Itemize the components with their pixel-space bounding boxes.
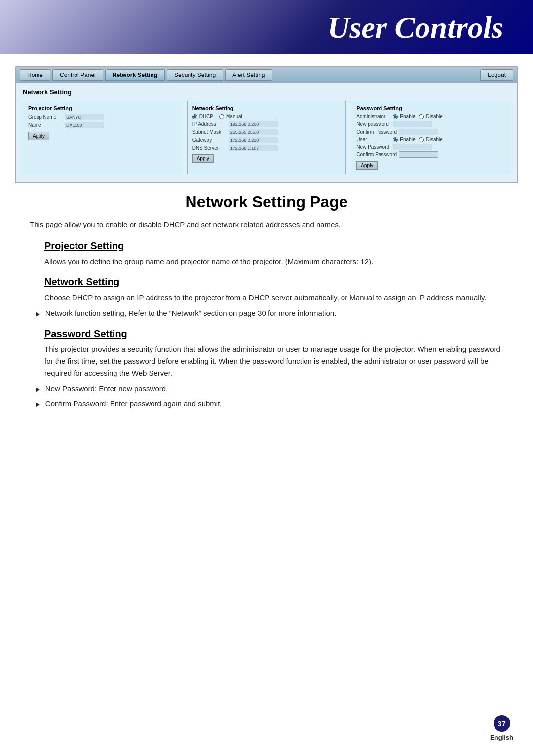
group-name-row: Group Name [28, 114, 177, 120]
password-panel-title: Password Setting [356, 105, 505, 111]
user-new-pw-label: New Password [356, 144, 391, 150]
admin-label: Administrator [356, 114, 391, 119]
projector-panel-title: Projector Setting [28, 105, 177, 111]
password-bullet-1: ► New Password: Enter new password. [35, 383, 503, 395]
new-pw-label: New password [356, 121, 391, 127]
user-label: User [356, 137, 391, 142]
user-confirm-pw-label: Confirm Password [356, 152, 397, 157]
page-title: User Controls [327, 10, 503, 45]
name-row: Name [28, 122, 177, 128]
group-name-label: Group Name [28, 114, 63, 120]
password-bullet-1-text: New Password: Enter new password. [45, 383, 168, 395]
network-apply-button[interactable]: Apply [192, 154, 214, 163]
network-setting-text: Choose DHCP to assign an IP address to t… [30, 292, 503, 303]
admin-disable-label: Disable [426, 114, 442, 119]
ip-label: IP Address [192, 121, 227, 127]
new-pw-row: New password [356, 121, 505, 127]
user-confirm-pw-row: Confirm Password [356, 151, 505, 158]
confirm-pw-input[interactable] [399, 129, 438, 135]
network-bullet: ► Network function setting, Refer to the… [35, 307, 503, 319]
web-section-title: Network Setting [23, 88, 510, 96]
name-input[interactable] [65, 122, 104, 128]
confirm-pw-row: Confirm Password [356, 129, 505, 135]
user-new-pw-row: New Password [356, 144, 505, 150]
dhcp-row: DHCP Manual [192, 114, 341, 119]
password-apply-button[interactable]: Apply [356, 161, 378, 170]
user-new-pw-input[interactable] [393, 144, 432, 150]
page-header: User Controls [0, 0, 533, 54]
network-panel-title: Network Setting [192, 105, 341, 111]
gateway-input[interactable] [229, 137, 278, 143]
manual-label: Manual [226, 114, 242, 119]
admin-enable-label: Enable [400, 114, 415, 119]
network-panel: Network Setting DHCP Manual IP Address S… [187, 101, 346, 174]
gateway-row: Gateway [192, 137, 341, 143]
ip-input[interactable] [229, 121, 278, 127]
confirm-pw-label: Confirm Password [356, 129, 397, 135]
gateway-label: Gateway [192, 137, 227, 143]
network-setting-section: Network Setting Choose DHCP to assign an… [30, 276, 503, 319]
bullet-arrow-icon-2: ► [35, 399, 41, 410]
bullet-arrow-icon: ► [35, 308, 41, 319]
page-number-container: 37 English [490, 715, 513, 741]
dns-input[interactable] [229, 145, 278, 151]
password-setting-heading: Password Setting [30, 328, 503, 340]
ip-row: IP Address [192, 121, 341, 127]
manual-radio[interactable] [219, 114, 224, 119]
nav-tab-network-setting[interactable]: Network Setting [105, 69, 165, 81]
user-disable-label: Disable [426, 137, 442, 142]
new-pw-input[interactable] [393, 121, 432, 127]
main-section-title: Network Setting Page [30, 193, 503, 211]
nav-tab-control-panel[interactable]: Control Panel [52, 69, 103, 81]
nav-tab-logout[interactable]: Logout [480, 69, 513, 81]
network-setting-heading: Network Setting [30, 276, 503, 288]
user-row: User Enable Disable [356, 137, 505, 142]
password-bullet-2-text: Confirm Password: Enter password again a… [45, 398, 222, 410]
nav-tab-security-setting[interactable]: Security Setting [167, 69, 223, 81]
subnet-row: Subnet Mask [192, 129, 341, 135]
user-enable-label: Enable [400, 137, 415, 142]
bullet-arrow-icon-1: ► [35, 384, 41, 395]
password-setting-text: This projector provides a security funct… [30, 343, 503, 379]
admin-enable-radio[interactable] [393, 114, 398, 119]
web-interface-screenshot: Home Control Panel Network Setting Secur… [15, 66, 518, 183]
nav-bar: Home Control Panel Network Setting Secur… [16, 67, 517, 83]
projector-setting-section: Projector Setting Allows you to define t… [30, 240, 503, 267]
nav-tab-home[interactable]: Home [20, 69, 50, 81]
user-confirm-pw-input[interactable] [399, 151, 438, 158]
dns-row: DNS Server [192, 145, 341, 151]
page-language: English [490, 734, 513, 741]
user-disable-radio[interactable] [419, 137, 424, 142]
projector-setting-heading: Projector Setting [30, 240, 503, 252]
page-number: 37 [494, 715, 510, 732]
projector-setting-text: Allows you to define the group name and … [30, 256, 503, 267]
subnet-label: Subnet Mask [192, 129, 227, 135]
user-enable-radio[interactable] [393, 137, 398, 142]
network-bullet-text: Network function setting, Refer to the “… [45, 307, 336, 319]
projector-panel: Projector Setting Group Name Name Apply [23, 101, 182, 174]
dns-label: DNS Server [192, 145, 227, 151]
group-name-input[interactable] [65, 114, 104, 120]
name-label: Name [28, 122, 63, 128]
web-panels: Projector Setting Group Name Name Apply … [23, 101, 510, 174]
password-panel: Password Setting Administrator Enable Di… [351, 101, 510, 174]
subnet-input[interactable] [229, 129, 278, 135]
dhcp-label: DHCP [199, 114, 213, 119]
password-bullet-2: ► Confirm Password: Enter password again… [35, 398, 503, 410]
projector-apply-button[interactable]: Apply [28, 132, 49, 140]
dhcp-radio[interactable] [192, 114, 197, 119]
admin-row: Administrator Enable Disable [356, 114, 505, 119]
page-content: Network Setting Page This page allow you… [0, 193, 533, 449]
web-content: Network Setting Projector Setting Group … [16, 83, 517, 182]
password-setting-section: Password Setting This projector provides… [30, 328, 503, 410]
section-intro: This page allow you to enable or disable… [30, 219, 503, 230]
nav-tab-alert-setting[interactable]: Alert Setting [225, 69, 272, 81]
admin-disable-radio[interactable] [419, 114, 424, 119]
